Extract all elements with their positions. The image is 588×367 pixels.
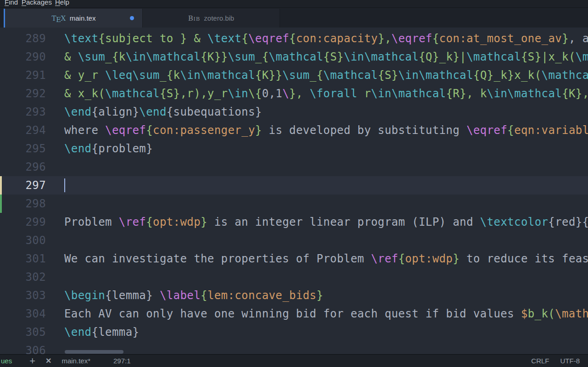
- cursor-position[interactable]: 297:1: [113, 357, 131, 365]
- code-text: \end{lemma}: [64, 323, 139, 341]
- modified-dot: [130, 16, 134, 20]
- tab-label: main.tex: [70, 14, 96, 22]
- line-number[interactable]: 295: [0, 139, 46, 158]
- line-number[interactable]: 302: [0, 268, 46, 286]
- code-line[interactable]: 302: [0, 268, 588, 286]
- code-text: & \sum_{k\in\mathcal{K}}\sum_{\mathcal{S…: [64, 48, 588, 66]
- editor-window: FindPackagesHelp TEX main.tex BIB zotero…: [0, 0, 588, 367]
- tab-bar: TEX main.tex BIB zotero.bib: [0, 9, 588, 28]
- menu-item-help[interactable]: Help: [55, 0, 69, 7]
- bib-file-icon: BIB: [188, 14, 201, 22]
- code-line[interactable]: 305\end{lemma}: [0, 323, 588, 341]
- line-number[interactable]: 290: [0, 48, 46, 66]
- code-text: Problem \ref{opt:wdp} is an integer line…: [64, 213, 588, 231]
- line-number[interactable]: 303: [0, 286, 46, 305]
- code-area: 289\text{subject to } & \text{\eqref{con…: [0, 29, 588, 354]
- line-number[interactable]: 306: [0, 341, 46, 354]
- status-right-group: CRLF UTF-8: [531, 357, 588, 365]
- code-line[interactable]: 299Problem \ref{opt:wdp} is an integer l…: [0, 213, 588, 231]
- code-text: \end{problem}: [64, 139, 153, 158]
- horizontal-scrollbar-thumb[interactable]: [65, 350, 123, 354]
- code-line[interactable]: 290& \sum_{k\in\mathcal{K}}\sum_{\mathca…: [0, 48, 588, 66]
- line-number[interactable]: 305: [0, 323, 46, 341]
- code-line[interactable]: 304Each AV can only have one winning bid…: [0, 305, 588, 323]
- tab-zotero-bib[interactable]: BIB zotero.bib: [142, 9, 280, 28]
- line-number[interactable]: 291: [0, 66, 46, 84]
- code-line[interactable]: 300: [0, 231, 588, 250]
- encoding-indicator[interactable]: UTF-8: [560, 357, 580, 365]
- code-line[interactable]: 291& y_r \leq\sum_{k\in\mathcal{K}}\sum_…: [0, 66, 588, 84]
- menu-bar: FindPackagesHelp: [0, 0, 588, 8]
- code-text: & x_k(\mathcal{S},r),y_r\in\{0,1\}, \for…: [64, 84, 588, 103]
- tab-label: zotero.bib: [204, 14, 234, 22]
- menu-item-find[interactable]: Find: [5, 0, 18, 7]
- status-bar: ues + ✕ main.tex* 297:1 CRLF UTF-8: [0, 354, 588, 367]
- code-text: \begin{lemma} \label{lem:concave_bids}: [64, 286, 323, 305]
- code-text: We can investigate the properties of Pro…: [64, 250, 588, 268]
- code-line[interactable]: 292& x_k(\mathcal{S},r),y_r\in\{0,1\}, \…: [0, 84, 588, 103]
- code-text: & y_r \leq\sum_{k\in\mathcal{K}}\sum_{\m…: [64, 66, 588, 84]
- code-line[interactable]: 298: [0, 195, 588, 213]
- code-line[interactable]: 297: [0, 176, 588, 195]
- close-icon[interactable]: ✕: [45, 356, 51, 365]
- line-number[interactable]: 301: [0, 250, 46, 268]
- code-text: \text{subject to } & \text{\eqref{con:ca…: [64, 29, 588, 48]
- editor[interactable]: 289\text{subject to } & \text{\eqref{con…: [0, 28, 588, 354]
- code-line[interactable]: 293\end{align}\end{subequations}: [0, 103, 588, 121]
- line-number[interactable]: 293: [0, 103, 46, 121]
- code-line[interactable]: 289\text{subject to } & \text{\eqref{con…: [0, 29, 588, 48]
- line-number[interactable]: 298: [0, 195, 46, 213]
- add-icon[interactable]: +: [29, 356, 35, 366]
- panel-tab-partial[interactable]: ues: [1, 357, 12, 365]
- code-line[interactable]: 301We can investigate the properties of …: [0, 250, 588, 268]
- code-line[interactable]: 303\begin{lemma} \label{lem:concave_bids…: [0, 286, 588, 305]
- code-line[interactable]: 296: [0, 158, 588, 176]
- text-cursor: [64, 178, 65, 192]
- menu-item-packages[interactable]: Packages: [22, 0, 52, 7]
- line-number[interactable]: 304: [0, 305, 46, 323]
- line-number[interactable]: 296: [0, 158, 46, 176]
- code-text: Each AV can only have one winning bid fo…: [64, 305, 588, 323]
- code-text: \end{align}\end{subequations}: [64, 103, 262, 121]
- line-number[interactable]: 292: [0, 84, 46, 103]
- line-ending-indicator[interactable]: CRLF: [531, 357, 549, 365]
- line-number[interactable]: 289: [0, 29, 46, 48]
- line-number[interactable]: 297: [0, 176, 46, 195]
- tex-file-icon: TEX: [52, 14, 66, 22]
- code-line[interactable]: 295\end{problem}: [0, 139, 588, 158]
- status-filename: main.tex*: [62, 357, 90, 365]
- line-number[interactable]: 294: [0, 121, 46, 139]
- code-text: where \eqref{con:passenger_y} is develop…: [64, 121, 588, 139]
- code-line[interactable]: 294where \eqref{con:passenger_y} is deve…: [0, 121, 588, 139]
- tab-main-tex[interactable]: TEX main.tex: [5, 9, 142, 28]
- line-number[interactable]: 299: [0, 213, 46, 231]
- line-number[interactable]: 300: [0, 231, 46, 250]
